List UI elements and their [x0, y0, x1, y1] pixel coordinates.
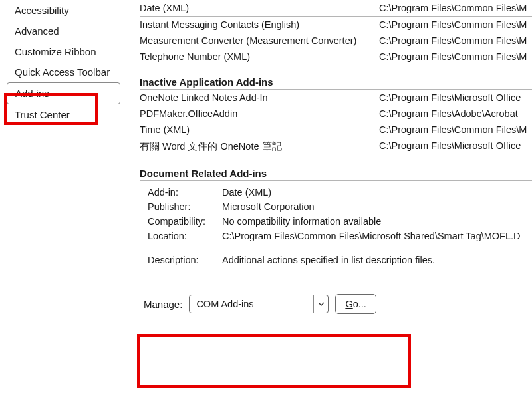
sidebar-item-advanced[interactable]: Advanced: [7, 21, 120, 41]
addin-details: Add-in: Date (XML) Publisher: Microsoft …: [140, 185, 532, 267]
go-button[interactable]: Go...: [335, 294, 376, 314]
sidebar-item-label: Trust Center: [15, 109, 70, 120]
addin-name: 有關 Word 文件的 OneNote 筆記: [140, 140, 379, 153]
detail-value-compatibility: No compatibility information available: [222, 216, 532, 227]
addin-location: C:\Program Files\Common Files\M: [379, 3, 532, 13]
sidebar-item-quick-access-toolbar[interactable]: Quick Access Toolbar: [7, 62, 120, 82]
addin-location: C:\Program Files\Common Files\M: [379, 51, 532, 62]
addin-location: C:\Program Files\Adobe\Acrobat: [379, 108, 532, 119]
addin-name: PDFMaker.OfficeAddin: [140, 108, 379, 119]
addin-name: Instant Messaging Contacts (English): [140, 19, 379, 30]
sidebar-item-accessibility[interactable]: Accessibility: [7, 0, 120, 21]
manage-combobox-value: COM Add-ins: [190, 299, 313, 309]
addin-location: C:\Program Files\Common Files\M: [379, 35, 532, 46]
detail-value-publisher: Microsoft Corporation: [222, 201, 532, 212]
manage-label: Manage:: [144, 299, 182, 310]
document-related-addins-header: Document Related Add-ins: [140, 156, 532, 180]
sidebar-item-trust-center[interactable]: Trust Center: [7, 104, 120, 125]
detail-label-description: Description:: [148, 255, 222, 265]
table-row[interactable]: 有關 Word 文件的 OneNote 筆記 C:\Program Files\…: [140, 138, 532, 156]
table-row[interactable]: Time (XML) C:\Program Files\Common Files…: [140, 122, 532, 138]
manage-combobox[interactable]: COM Add-ins: [189, 295, 329, 313]
chevron-down-icon[interactable]: [313, 295, 328, 313]
detail-label-location: Location:: [148, 231, 222, 241]
table-row[interactable]: PDFMaker.OfficeAddin C:\Program Files\Ad…: [140, 106, 532, 122]
detail-value-description: Additional actions specified in list des…: [222, 255, 532, 265]
sidebar-item-label: Advanced: [15, 25, 59, 37]
addin-name: Measurement Converter (Measurement Conve…: [140, 35, 379, 46]
sidebar-item-label: Customize Ribbon: [15, 46, 96, 57]
inactive-addins-table: OneNote Linked Notes Add-In C:\Program F…: [140, 90, 532, 156]
addin-location: C:\Program Files\Microsoft Office: [379, 140, 532, 153]
sidebar-item-label: Add-ins: [15, 88, 49, 99]
table-row[interactable]: Instant Messaging Contacts (English) C:\…: [140, 17, 532, 33]
detail-label-publisher: Publisher:: [148, 201, 222, 212]
sidebar-item-add-ins[interactable]: Add-ins: [7, 82, 120, 104]
active-addins-table: Date (XML) C:\Program Files\Common Files…: [140, 0, 532, 65]
table-row[interactable]: Date (XML) C:\Program Files\Common Files…: [140, 0, 532, 16]
addin-name: OneNote Linked Notes Add-In: [140, 92, 379, 103]
addin-name: Time (XML): [140, 124, 379, 135]
manage-row: Manage: COM Add-ins Go...: [144, 294, 532, 314]
options-sidebar: Accessibility Advanced Customize Ribbon …: [0, 0, 126, 399]
addin-name: Date (XML): [140, 3, 379, 13]
addin-location: C:\Program Files\Common Files\M: [379, 124, 532, 135]
detail-value-location: C:\Program Files\Common Files\Microsoft …: [222, 231, 532, 241]
table-row[interactable]: Telephone Number (XML) C:\Program Files\…: [140, 49, 532, 65]
detail-label-addin: Add-in:: [148, 187, 222, 198]
addins-panel: Date (XML) C:\Program Files\Common Files…: [126, 0, 532, 399]
detail-label-compatibility: Compatibility:: [148, 216, 222, 227]
sidebar-item-customize-ribbon[interactable]: Customize Ribbon: [7, 41, 120, 62]
addin-location: C:\Program Files\Common Files\M: [379, 19, 532, 30]
table-row[interactable]: Measurement Converter (Measurement Conve…: [140, 33, 532, 49]
inactive-addins-header: Inactive Application Add-ins: [140, 65, 532, 89]
sidebar-item-label: Quick Access Toolbar: [15, 66, 110, 78]
addin-location: C:\Program Files\Microsoft Office: [379, 92, 532, 103]
sidebar-item-label: Accessibility: [15, 5, 69, 16]
addin-name: Telephone Number (XML): [140, 51, 379, 62]
detail-value-addin: Date (XML): [222, 187, 532, 198]
table-row[interactable]: OneNote Linked Notes Add-In C:\Program F…: [140, 90, 532, 106]
